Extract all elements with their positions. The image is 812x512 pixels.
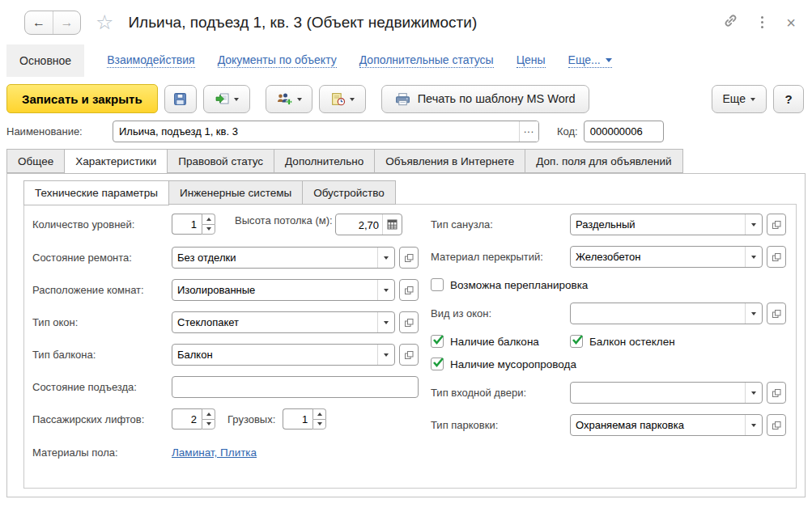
bathroom-type-dropdown-button[interactable] xyxy=(745,214,762,235)
window-view-dropdown-button[interactable] xyxy=(745,303,762,324)
room-layout-open-button[interactable] xyxy=(399,279,419,301)
tab-additional[interactable]: Дополнительно xyxy=(274,149,375,173)
window-view-combo[interactable] xyxy=(570,303,763,324)
cargo-lifts-value[interactable]: 1 xyxy=(283,408,312,429)
balcony-type-open-button[interactable] xyxy=(399,344,419,366)
repair-state-combo[interactable]: Без отделки xyxy=(172,247,395,269)
slab-material-label: Материал перекрытий: xyxy=(431,251,570,263)
more-menu-icon[interactable] xyxy=(761,16,763,28)
subtab-technical-params[interactable]: Технические параметры xyxy=(23,180,169,205)
tab-characteristics[interactable]: Характеристики xyxy=(64,149,168,174)
room-layout-dropdown-button[interactable] xyxy=(377,280,394,300)
code-input[interactable]: 000000006 xyxy=(584,121,664,142)
subtab-amenities[interactable]: Обустройство xyxy=(302,180,396,205)
cargo-lifts-up-button[interactable] xyxy=(312,408,326,419)
close-icon[interactable]: × xyxy=(786,15,796,31)
repair-state-value[interactable]: Без отделки xyxy=(172,252,377,264)
window-type-combo[interactable]: Стеклопакет xyxy=(172,311,395,333)
name-ellipsis-button[interactable]: ... xyxy=(519,121,538,142)
passenger-lifts-down-button[interactable] xyxy=(202,419,215,430)
parking-type-dropdown-button[interactable] xyxy=(745,415,762,435)
toolbar-more-label: Еще xyxy=(723,92,746,105)
name-input[interactable]: Ильича, подъезд 1, кв. 3 ... xyxy=(113,121,539,142)
garbage-chute-label: Наличие мусоропровода xyxy=(450,358,576,370)
balcony-type-value[interactable]: Балкон xyxy=(172,349,377,361)
tab-general[interactable]: Общее xyxy=(6,149,65,173)
add-contact-button[interactable] xyxy=(266,85,312,113)
tab-legal-status[interactable]: Правовой статус xyxy=(167,149,274,173)
save-button[interactable] xyxy=(164,85,197,113)
check-icon xyxy=(571,333,585,346)
replanning-checkbox[interactable]: Возможна перепланировка xyxy=(431,278,588,291)
passenger-lifts-spinner[interactable]: 2 xyxy=(172,408,215,429)
repair-state-dropdown-button[interactable] xyxy=(377,248,394,268)
bathroom-type-value[interactable]: Раздельный xyxy=(571,218,745,231)
print-ms-word-button[interactable]: Печать по шаблону MS Word xyxy=(381,85,589,113)
checkbox-box[interactable] xyxy=(570,335,583,348)
forward-arrow-icon: → xyxy=(61,15,74,30)
checkbox-box[interactable] xyxy=(431,335,444,348)
nav-link-prices[interactable]: Цены xyxy=(517,53,546,68)
passenger-lifts-value[interactable]: 2 xyxy=(172,408,202,429)
bathroom-type-open-button[interactable] xyxy=(767,214,786,235)
entrance-state-input[interactable] xyxy=(172,376,419,398)
link-icon[interactable] xyxy=(723,13,738,32)
parking-type-value[interactable]: Охраняемая парковка xyxy=(571,419,745,431)
nav-link-interactions[interactable]: Взаимодействия xyxy=(107,53,195,68)
slab-material-combo[interactable]: Железобетон xyxy=(570,246,763,268)
levels-value[interactable]: 1 xyxy=(172,214,202,235)
levels-down-button[interactable] xyxy=(202,224,215,235)
reminder-button[interactable] xyxy=(319,85,366,113)
favorite-star-icon[interactable]: ☆ xyxy=(96,12,113,32)
has-balcony-checkbox[interactable]: Наличие балкона xyxy=(431,335,570,348)
main-tabs: Общее Характеристики Правовой статус Доп… xyxy=(6,149,812,173)
toolbar-more-button[interactable]: Еще xyxy=(712,85,767,113)
parking-type-open-button[interactable] xyxy=(767,414,786,436)
garbage-chute-checkbox[interactable]: Наличие мусоропровода xyxy=(431,358,576,370)
ceiling-height-value[interactable]: 2,70 xyxy=(336,214,382,235)
entrance-door-open-button[interactable] xyxy=(767,382,786,404)
ceiling-height-field[interactable]: 2,70 xyxy=(335,214,402,235)
back-button[interactable]: ← xyxy=(25,11,53,34)
tab-ad-extra-fields[interactable]: Доп. поля для объявлений xyxy=(525,149,682,173)
levels-spinner[interactable]: 1 xyxy=(172,214,215,235)
room-layout-combo[interactable]: Изолированные xyxy=(172,279,395,301)
repair-state-open-button[interactable] xyxy=(399,247,419,269)
forward-button[interactable]: → xyxy=(53,11,80,34)
subtab-engineering-systems[interactable]: Инженерные системы xyxy=(168,180,303,205)
cargo-lifts-down-button[interactable] xyxy=(312,419,326,430)
parking-type-combo[interactable]: Охраняемая парковка xyxy=(570,414,763,436)
window-type-value[interactable]: Стеклопакет xyxy=(172,316,377,328)
window-view-open-button[interactable] xyxy=(767,303,786,324)
window-type-open-button[interactable] xyxy=(399,311,419,333)
checkbox-box[interactable] xyxy=(431,278,444,291)
levels-up-button[interactable] xyxy=(202,214,215,224)
balcony-glazed-checkbox[interactable]: Балкон остеклен xyxy=(570,335,675,348)
help-button[interactable]: ? xyxy=(773,85,804,113)
create-based-on-button[interactable] xyxy=(203,85,250,113)
calculator-button[interactable] xyxy=(382,214,402,235)
passenger-lifts-up-button[interactable] xyxy=(202,408,215,419)
name-value[interactable]: Ильича, подъезд 1, кв. 3 xyxy=(113,125,519,138)
balcony-type-combo[interactable]: Балкон xyxy=(172,344,395,366)
nav-link-more[interactable]: Еще... xyxy=(568,53,612,68)
nav-link-statuses[interactable]: Дополнительные статусы xyxy=(359,53,494,68)
tab-internet-ads[interactable]: Объявления в Интернете xyxy=(374,149,525,173)
cargo-lifts-spinner[interactable]: 1 xyxy=(283,408,326,429)
balcony-type-dropdown-button[interactable] xyxy=(377,345,394,365)
nav-item-main[interactable]: Основное xyxy=(6,44,84,77)
room-layout-value[interactable]: Изолированные xyxy=(172,284,377,296)
bathroom-type-combo[interactable]: Раздельный xyxy=(570,214,763,235)
entrance-door-combo[interactable] xyxy=(570,382,763,404)
slab-material-value[interactable]: Железобетон xyxy=(571,251,745,263)
slab-material-dropdown-button[interactable] xyxy=(745,247,762,267)
slab-material-open-button[interactable] xyxy=(767,246,786,268)
floor-materials-link[interactable]: Ламинат, Плитка xyxy=(172,446,257,459)
nav-link-documents[interactable]: Документы по объекту xyxy=(218,53,337,68)
checkbox-box[interactable] xyxy=(431,358,444,370)
save-and-close-button[interactable]: Записать и закрыть xyxy=(6,84,158,113)
entrance-door-dropdown-button[interactable] xyxy=(745,383,762,403)
repair-state-label: Состояние ремонта: xyxy=(32,252,172,264)
window-type-dropdown-button[interactable] xyxy=(377,312,394,332)
open-link-icon xyxy=(771,219,782,231)
